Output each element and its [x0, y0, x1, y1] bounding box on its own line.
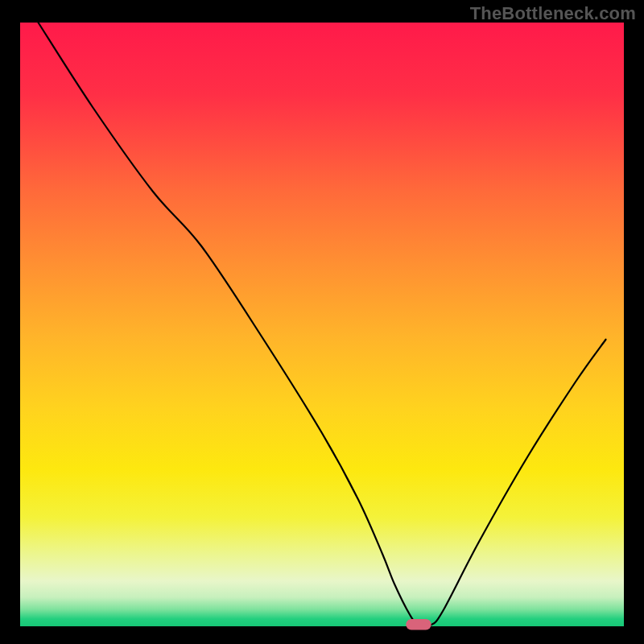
optimal-marker — [406, 619, 431, 630]
watermark-label: TheBottleneck.com — [470, 3, 636, 24]
bottleneck-chart: TheBottleneck.com — [0, 0, 644, 644]
chart-svg — [0, 0, 644, 644]
plot-background — [20, 23, 624, 626]
